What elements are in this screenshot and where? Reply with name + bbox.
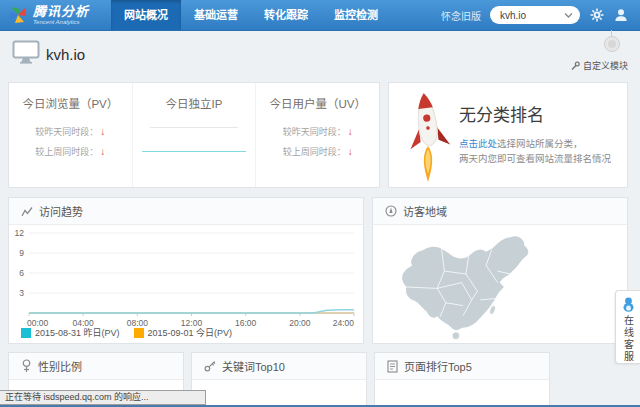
svg-text:20:00: 20:00 (289, 318, 311, 328)
logo-title: 腾讯分析 (33, 5, 89, 18)
key-icon (204, 360, 216, 372)
visitor-region-title: 访客地域 (403, 203, 447, 219)
down-arrow-icon: ↓ (100, 146, 105, 157)
keywords-top10-title: 关键词Top10 (222, 358, 285, 374)
svg-text:24:00: 24:00 (333, 318, 355, 328)
nav-site-overview[interactable]: 网站概况 (111, 0, 181, 30)
customize-modules-button[interactable]: 自定义模块 (570, 59, 628, 72)
visit-trend-card: 访问趋势 3691200:0004:0008:0012:0016:0020:00… (8, 197, 364, 344)
site-selector-value: kvh.io (500, 10, 526, 21)
legend-yesterday[interactable]: 2015-08-31 昨日(PV) (21, 326, 120, 339)
monitor-icon (12, 40, 40, 64)
stat-ip: 今日独立IP (132, 83, 256, 187)
site-selector-dropdown[interactable]: kvh.io (490, 6, 580, 24)
ranking-card: 无分类排名 点击此处选择网站所属分类， 两天内您即可查看网站流量排名情况 (388, 82, 628, 188)
gender-icon (21, 359, 32, 373)
top-header: 腾讯分析 Tencent Analytics 网站概况 基础运营 转化跟踪 监控… (0, 0, 640, 31)
wrench-icon (570, 61, 580, 71)
compass-icon (385, 205, 397, 217)
browser-status-bar: 正在等待 isdspeed.qq.com 的响应... (0, 390, 206, 405)
page-icon (387, 360, 398, 373)
ip-placeholder-line-accent (142, 151, 246, 152)
ip-placeholder-line (150, 127, 238, 128)
ranking-line2: 两天内您即可查看网站流量排名情况 (459, 151, 611, 165)
stat-pv: 今日浏览量（PV） 较昨天同时段：↓ 较上周同时段：↓ (9, 83, 132, 187)
gear-icon (590, 8, 604, 22)
trend-line-icon (21, 206, 33, 217)
ranking-title: 无分类排名 (459, 101, 544, 126)
keywords-top10-card: 关键词Top10 (191, 352, 367, 407)
uv-title: 今日用户量（UV） (256, 95, 379, 111)
rocket-icon (401, 88, 455, 184)
settings-button[interactable] (589, 8, 604, 23)
chevron-down-icon (564, 12, 573, 19)
down-arrow-icon: ↓ (348, 126, 353, 137)
china-map (383, 228, 569, 343)
nav-basic-operation[interactable]: 基础运营 (181, 0, 251, 30)
page-ranking-top5-title: 页面排行Top5 (404, 358, 472, 374)
legend-today[interactable]: 2015-09-01 今日(PV) (134, 326, 233, 339)
visit-trend-header: 访问趋势 (9, 198, 363, 225)
down-arrow-icon: ↓ (100, 126, 105, 137)
main-nav: 网站概况 基础运营 转化跟踪 监控检测 (111, 0, 391, 30)
hanging-badge[interactable] (604, 30, 620, 52)
uv-vs-yesterday: 较昨天同时段：↓ (256, 125, 379, 138)
visit-trend-title: 访问趋势 (39, 203, 83, 219)
svg-text:6: 6 (19, 268, 24, 278)
uv-vs-lastweek: 较上周同时段：↓ (256, 145, 379, 158)
visitor-region-card: 访客地域 (372, 197, 628, 344)
site-title: kvh.io (46, 46, 85, 63)
svg-text:9: 9 (19, 248, 24, 258)
today-stats-card: 今日浏览量（PV） 较昨天同时段：↓ 较上周同时段：↓ 今日独立IP 今日用户量… (8, 82, 380, 188)
nav-conversion-tracking[interactable]: 转化跟踪 (251, 0, 321, 30)
old-version-link[interactable]: 怀念旧版 (441, 8, 481, 23)
svg-text:12: 12 (15, 228, 25, 238)
tencent-analytics-dashboard: 腾讯分析 Tencent Analytics 网站概况 基础运营 转化跟踪 监控… (0, 0, 640, 407)
trend-legend: 2015-08-31 昨日(PV) 2015-09-01 今日(PV) (21, 326, 232, 339)
online-service-label: 在线客服 (621, 315, 636, 363)
svg-text:16:00: 16:00 (235, 318, 257, 328)
gender-ratio-title: 性别比例 (38, 358, 82, 374)
select-category-link[interactable]: 点击此处 (459, 138, 497, 149)
page-ranking-top5-card: 页面排行Top5 (374, 352, 550, 407)
ranking-line1: 点击此处选择网站所属分类， (459, 136, 583, 150)
down-arrow-icon: ↓ (348, 146, 353, 157)
ip-title: 今日独立IP (133, 95, 256, 111)
pv-title: 今日浏览量（PV） (9, 95, 132, 111)
visitor-region-header: 访客地域 (373, 198, 627, 225)
pv-vs-lastweek: 较上周同时段：↓ (9, 145, 132, 158)
logo-subtitle: Tencent Analytics (33, 19, 89, 25)
online-service-button[interactable]: 在线客服 (615, 290, 640, 364)
svg-text:3: 3 (19, 288, 24, 298)
pv-vs-yesterday: 较昨天同时段：↓ (9, 125, 132, 138)
brand-logo[interactable]: 腾讯分析 Tencent Analytics (8, 5, 89, 25)
legend-swatch-yesterday (21, 328, 31, 338)
stat-uv: 今日用户量（UV） 较昨天同时段：↓ 较上周同时段：↓ (255, 83, 379, 187)
user-icon (614, 8, 628, 22)
pinwheel-logo-icon (8, 5, 28, 25)
medal-icon (604, 36, 620, 52)
nav-monitor-detect[interactable]: 监控检测 (321, 0, 391, 30)
user-account-button[interactable] (613, 8, 628, 23)
legend-swatch-today (134, 328, 144, 338)
qq-penguin-icon (622, 297, 635, 312)
